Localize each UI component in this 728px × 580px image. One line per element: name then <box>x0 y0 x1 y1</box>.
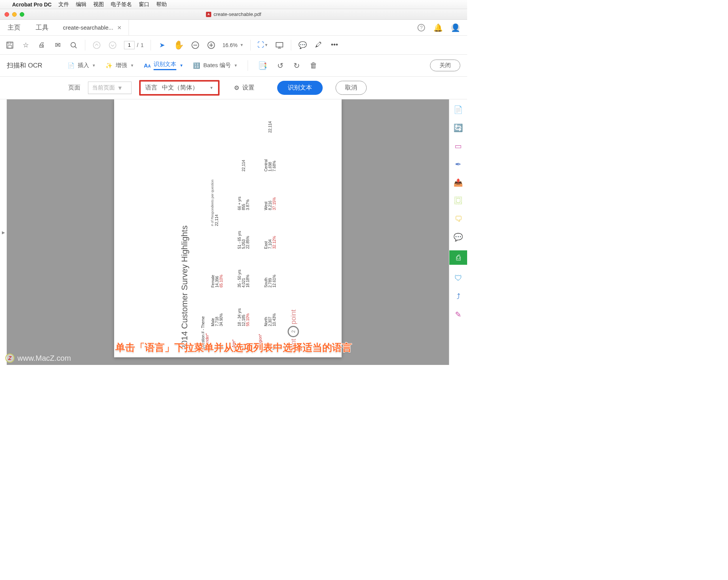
page-down-icon[interactable] <box>108 41 117 49</box>
menu-window[interactable]: 窗口 <box>139 1 149 8</box>
close-tool-button[interactable]: 关闭 <box>430 60 460 71</box>
edit-pdf-tool-icon[interactable]: ▭ <box>453 141 463 151</box>
chevron-down-icon: ▼ <box>130 63 134 68</box>
svg-rect-12 <box>276 42 283 47</box>
language-label: 语言 <box>145 84 157 92</box>
page-total: 1 <box>141 42 144 48</box>
export-pdf-tool-icon[interactable]: 🔄 <box>453 123 463 133</box>
copy-page-icon[interactable]: 📑 <box>258 61 267 70</box>
settings-button[interactable]: ⚙ 设置 <box>234 84 254 92</box>
window-minimize-button[interactable] <box>12 12 17 17</box>
scan-ocr-toolbar: 扫描和 OCR 📄 插入 ▼ ✨ 增强 ▼ AA 识别文本 ▼ 🔢 Bates … <box>0 55 467 77</box>
recognize-text-button[interactable]: 识别文本 <box>277 81 323 95</box>
page-indicator: / 1 <box>124 41 144 49</box>
page-current-input[interactable] <box>124 41 135 49</box>
page-up-icon[interactable] <box>92 41 101 49</box>
tabs-row: 主页 工具 create-searchable... ✕ ? 🔔 👤 <box>0 20 467 36</box>
insert-dropdown[interactable]: 📄 插入 ▼ <box>67 62 96 69</box>
window-titlebar: A create-searchable.pdf <box>0 9 467 20</box>
read-mode-icon[interactable] <box>275 42 284 49</box>
account-avatar[interactable]: 👤 <box>451 24 460 32</box>
window-title: A create-searchable.pdf <box>206 11 261 17</box>
right-tools-rail: 📄 🔄 ▭ ✒ 📤 ⿴ 🗨 💬 ⎙ 🛡 ⤴ ✎ <box>449 99 467 365</box>
delete-icon[interactable]: 🗑 <box>310 61 317 70</box>
help-icon[interactable]: ? <box>417 24 425 31</box>
search-icon[interactable] <box>69 41 78 49</box>
tab-tools[interactable]: 工具 <box>28 20 56 35</box>
highlight-icon[interactable]: 🖍 <box>314 41 323 49</box>
chevron-down-icon: ▼ <box>234 63 238 68</box>
fill-sign-tool-icon[interactable]: 💬 <box>453 232 463 242</box>
rotate-cw-icon[interactable]: ↻ <box>293 61 300 70</box>
watermark: Z www.MacZ.com <box>5 354 71 363</box>
chevron-down-icon: ▼ <box>179 63 183 68</box>
question-theme-header: Question # - Theme <box>201 107 205 350</box>
zoom-dropdown[interactable]: 16.6% ▼ <box>223 42 244 48</box>
menubar-app-name[interactable]: Acrobat Pro DC <box>12 2 52 8</box>
select-tool-icon[interactable]: ➤ <box>158 41 167 49</box>
recognize-options-bar: 页面 当前页面 ▼ 语言 中文（简体） ▼ ⚙ 设置 识别文本 取消 <box>0 77 467 99</box>
protect-tool-icon[interactable]: 🛡 <box>453 273 463 283</box>
window-close-button[interactable] <box>5 12 9 17</box>
organize-tool-icon[interactable]: 📤 <box>453 178 463 187</box>
traffic-lights <box>5 12 24 17</box>
combine-tool-icon[interactable]: ⿴ <box>453 196 463 206</box>
language-dropdown-highlight: 语言 中文（简体） ▼ <box>139 80 220 96</box>
star-icon[interactable]: ☆ <box>21 41 30 49</box>
enhance-icon: ✨ <box>105 62 113 69</box>
insert-pages-icon: 📄 <box>67 62 75 69</box>
left-panel-toggle[interactable]: ▸ <box>0 99 7 365</box>
svg-rect-2 <box>8 46 12 48</box>
zoom-out-icon[interactable] <box>191 41 200 49</box>
enhance-dropdown[interactable]: ✨ 增强 ▼ <box>105 62 134 69</box>
tab-home[interactable]: 主页 <box>0 20 28 35</box>
svg-point-6 <box>109 42 116 49</box>
print-icon[interactable]: 🖨 <box>37 41 46 49</box>
comment-tool-icon[interactable]: 🗨 <box>453 214 463 224</box>
question-section: - Age* #% 18 - 34 yrs12,18555.10% 35 - 5… <box>232 107 250 350</box>
share-tool-icon[interactable]: ⤴ <box>453 291 463 301</box>
page-range-dropdown[interactable]: 当前页面 ▼ <box>88 82 132 94</box>
fit-page-icon[interactable]: ⛶ ▼ <box>257 41 268 49</box>
notifications-icon[interactable]: 🔔 <box>433 23 443 32</box>
sign-tool-icon[interactable]: ✒ <box>453 159 463 169</box>
bates-dropdown[interactable]: 🔢 Bates 编号 ▼ <box>193 62 237 69</box>
language-dropdown[interactable]: 中文（简体） ▼ <box>162 84 213 92</box>
menu-esign[interactable]: 电子签名 <box>111 1 132 8</box>
scan-ocr-title: 扫描和 OCR <box>7 61 42 70</box>
page-1: 2014 Customer Survey Highlights Question… <box>114 99 342 357</box>
question-section: - Region* #% North2,30710.43% South2,789… <box>258 107 276 350</box>
svg-rect-0 <box>7 42 13 48</box>
document-area: ▸ 2014 Customer Survey Highlights Questi… <box>0 99 467 365</box>
mac-menubar: Acrobat Pro DC 文件 编辑 视图 电子签名 窗口 帮助 <box>0 0 467 9</box>
page-viewport[interactable]: 2014 Customer Survey Highlights Question… <box>7 99 449 365</box>
zoom-in-icon[interactable] <box>207 41 216 49</box>
hand-tool-icon[interactable]: ✋ <box>174 40 184 50</box>
pdf-file-icon: A <box>206 12 211 17</box>
tab-close-icon[interactable]: ✕ <box>117 25 122 31</box>
svg-point-3 <box>71 42 75 47</box>
recognize-text-icon: AA <box>144 62 151 69</box>
save-icon[interactable] <box>5 41 14 49</box>
mail-icon[interactable]: ✉ <box>53 41 62 49</box>
chevron-down-icon: ▼ <box>210 86 213 90</box>
create-pdf-tool-icon[interactable]: 📄 <box>453 105 463 115</box>
rotate-ccw-icon[interactable]: ↺ <box>277 61 284 70</box>
recognize-text-dropdown[interactable]: AA 识别文本 ▼ <box>144 61 183 70</box>
watermark-text: www.MacZ.com <box>17 354 71 363</box>
window-title-text: create-searchable.pdf <box>213 11 261 17</box>
menu-view[interactable]: 视图 <box>93 1 104 8</box>
menu-edit[interactable]: 编辑 <box>76 1 86 8</box>
more-icon[interactable]: ••• <box>330 41 339 49</box>
tab-document[interactable]: create-searchable... ✕ <box>56 20 129 35</box>
menu-help[interactable]: 帮助 <box>156 1 167 8</box>
comment-icon[interactable]: 💬 <box>298 41 307 49</box>
scan-ocr-tool-icon[interactable]: ⎙ <box>449 250 468 265</box>
menu-file[interactable]: 文件 <box>58 1 69 8</box>
more-tools-icon[interactable]: ✎ <box>453 310 463 319</box>
cancel-button[interactable]: 取消 <box>336 81 367 95</box>
bates-icon: 🔢 <box>193 62 200 69</box>
window-maximize-button[interactable] <box>20 12 24 17</box>
page-sep: / <box>137 42 138 48</box>
svg-point-5 <box>93 42 100 49</box>
